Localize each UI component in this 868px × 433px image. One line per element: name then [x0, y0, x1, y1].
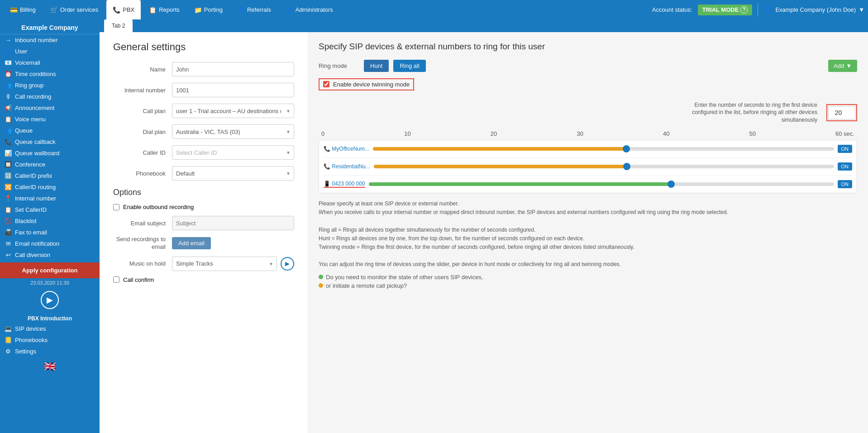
nav-tab-administrators[interactable]: 👤Administrators [279, 0, 339, 19]
voice-menu-icon: 📋 [5, 116, 12, 123]
account-name: Example Company (John Doe) [775, 6, 856, 13]
sidebar-item-call-diversion[interactable]: ↩Call diversion [0, 249, 100, 261]
outbound-recording-checkbox[interactable] [113, 204, 119, 210]
top-navigation: 💳Billing🛒Order services📞PBX📋Reports📁Port… [0, 0, 868, 19]
order-services-tab-icon: 🛒 [50, 6, 58, 14]
call-confirm-checkbox[interactable] [113, 276, 119, 283]
device-on-button-residentialnu[interactable]: ON [838, 162, 853, 171]
sidebar-item-email-notification[interactable]: ✉Email notification [0, 238, 100, 249]
device-name-mobile[interactable]: 📱 0423 000 000 [324, 181, 365, 188]
legend-row: Do you need to monitor the state of othe… [319, 274, 857, 281]
set-callerid-icon: 📋 [5, 206, 12, 213]
call-plan-select[interactable]: user 1 - Trial account – AU destinations… [172, 104, 294, 118]
sidebar-item-set-callerid[interactable]: 📋Set CallerID [0, 204, 100, 215]
referrals-tab-icon: 👤 [237, 6, 245, 14]
caller-id-select-wrap: Select Caller ID ▼ [172, 145, 294, 160]
device-slider-myofficenum[interactable] [373, 145, 834, 152]
queue-wallboard-label: Queue wallboard [15, 150, 59, 157]
dial-plan-select[interactable]: Australia - VIC, TAS (03) [172, 124, 294, 139]
device-slider-mobile[interactable] [369, 181, 834, 188]
sidebar-item-voice-menu[interactable]: 📋Voice menu [0, 114, 100, 125]
sidebar-company-name: Example Company [0, 19, 100, 34]
callerid-prefix-icon: 🔢 [5, 172, 12, 179]
device-on-button-myofficenum[interactable]: ON [838, 145, 853, 153]
legend-row: or initiate a remote call pickup? [319, 282, 857, 289]
sidebar-item-internal-number[interactable]: 📍Internal number [0, 193, 100, 204]
sidebar-item-voicemail[interactable]: 📧Voicemail [0, 57, 100, 68]
voicemail-icon: 📧 [5, 59, 12, 66]
outbound-recording-label: Enable outbound recording [123, 204, 194, 210]
nav-tab-porting[interactable]: 📁Porting [188, 0, 229, 19]
left-panel: General settings Name Internal number Ca… [100, 32, 308, 433]
sidebar-item-announcement[interactable]: 📢Announcement [0, 102, 100, 114]
billing-tab-label: Billing [20, 6, 36, 13]
fax-to-email-label: Fax to email [15, 229, 47, 236]
apply-configuration-button[interactable]: Apply configuration [0, 262, 100, 278]
internal-number-label: Internal number [113, 87, 172, 94]
twinning-checkbox[interactable] [323, 81, 329, 87]
sidebar-item-time-conditions[interactable]: ⏰Time conditions [0, 68, 100, 80]
legend-text: or initiate a remote call pickup? [326, 282, 407, 289]
device-name-myofficenum[interactable]: 📞 MyOfficeNum... [324, 146, 369, 152]
sidebar-item-sip-devices[interactable]: 💻SIP devices [0, 323, 100, 334]
flag-icon: 🇬🇧 [44, 361, 56, 372]
add-button[interactable]: Add ▼ [828, 60, 857, 72]
email-notification-icon: ✉ [5, 240, 12, 247]
seconds-input[interactable] [828, 106, 855, 119]
name-input[interactable] [172, 62, 294, 76]
email-subject-input[interactable] [172, 216, 294, 230]
callerid-routing-icon: 🔀 [5, 184, 12, 190]
order-services-tab-label: Order services [60, 6, 99, 13]
sidebar-item-queue[interactable]: 👥Queue [0, 125, 100, 136]
account-status-label: Account status: [652, 6, 692, 13]
ring-group-label: Ring group [15, 82, 44, 89]
sidebar-item-fax-to-email[interactable]: 📠Fax to email [0, 227, 100, 238]
music-play-button[interactable]: ▶ [281, 257, 294, 271]
add-email-button[interactable]: Add email [172, 237, 211, 249]
sidebar-item-blacklist[interactable]: 🚫Blacklist [0, 215, 100, 227]
sidebar-item-inbound-number[interactable]: →Inbound number [0, 34, 100, 46]
nav-tab-billing[interactable]: 💳Billing [4, 0, 42, 19]
sidebar-item-callerid-prefix[interactable]: 🔢CallerID prefix [0, 170, 100, 181]
sidebar-item-phonebooks[interactable]: 📒Phonebooks [0, 334, 100, 346]
device-slider-residentialnu[interactable] [374, 163, 834, 170]
music-select[interactable]: Simple Tracks [172, 257, 277, 271]
nav-tab-referrals[interactable]: 👤Referrals [231, 0, 277, 19]
internal-number-input[interactable] [172, 83, 294, 97]
play-button[interactable]: ▶ [41, 291, 59, 309]
sidebar-item-queue-callback[interactable]: 📞Queue callback [0, 136, 100, 148]
sidebar-item-conference[interactable]: 🔲Conference [0, 159, 100, 170]
account-info[interactable]: 👤 Example Company (John Doe) ▼ [763, 5, 864, 14]
devices-box: 📞 MyOfficeNum...ON📞 ResidentialNu...ON📱 … [319, 140, 857, 193]
settings-icon: ⚙ [5, 348, 12, 355]
twinning-label: Enable device twinning mode [333, 81, 410, 88]
nav-tab-order-services[interactable]: 🛒Order services [44, 0, 105, 19]
sidebar-item-call-recording[interactable]: 🎙Call recording [0, 91, 100, 102]
sip-devices-icon: 💻 [5, 325, 12, 332]
nav-tab-pbx[interactable]: 📞PBX [106, 0, 141, 19]
sidebar-item-callerid-routing[interactable]: 🔀CallerID routing [0, 181, 100, 193]
phonebook-select-wrap: Default ▼ [172, 166, 294, 181]
name-field-row: Name [113, 62, 294, 76]
caller-id-select[interactable]: Select Caller ID [172, 145, 294, 160]
device-on-button-mobile[interactable]: ON [838, 180, 853, 188]
legend-dot [319, 275, 323, 279]
email-subject-label: Email subject [113, 220, 172, 227]
sidebar-item-queue-wallboard[interactable]: 📊Queue wallboard [0, 148, 100, 159]
tab-2[interactable]: Tab 2 [104, 19, 133, 32]
sidebar-item-ring-group[interactable]: 👥Ring group [0, 80, 100, 91]
sidebar-item-settings[interactable]: ⚙Settings [0, 346, 100, 357]
music-on-hold-row: Music on hold Simple Tracks ▼ ▶ [113, 257, 294, 271]
music-select-wrap: Simple Tracks ▼ [172, 257, 277, 271]
phonebook-select[interactable]: Default [172, 166, 294, 181]
device-name-residentialnu[interactable]: 📞 ResidentialNu... [324, 163, 370, 170]
ring-mode-label: Ring mode [319, 62, 359, 69]
nav-right: Account status: TRIAL MODE ? 👤 Example C… [652, 3, 864, 17]
nav-tab-reports[interactable]: 📋Reports [143, 0, 186, 19]
content-area: Tab 2 General settings Name Internal num… [100, 19, 868, 433]
inbound-number-icon: → [5, 37, 12, 43]
hunt-button[interactable]: Hunt [364, 60, 389, 72]
sidebar-item-user[interactable]: 👤User [0, 46, 100, 57]
ring-all-button[interactable]: Ring all [393, 60, 425, 72]
email-notification-label: Email notification [15, 240, 59, 247]
